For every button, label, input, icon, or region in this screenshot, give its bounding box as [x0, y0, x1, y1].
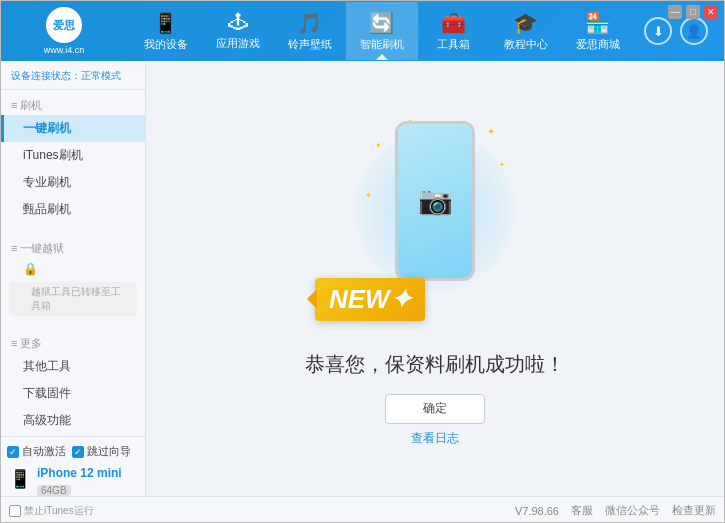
logo-icon: 爱思 — [46, 7, 82, 43]
phone-screen: 📷 — [398, 124, 472, 278]
check-update-link[interactable]: 检查更新 — [672, 503, 716, 518]
jailbreak-header-text: ≡ 一键越狱 — [11, 241, 64, 256]
device-storage: 64GB — [37, 485, 71, 496]
jailbreak-disabled: 🔒 — [1, 258, 145, 280]
nav-toolbox-label: 工具箱 — [437, 37, 470, 52]
nav-apps-games-label: 应用游戏 — [216, 36, 260, 51]
skip-guide-checkbox[interactable]: ✓ — [72, 446, 84, 458]
apps-games-icon: 🕹 — [228, 11, 248, 34]
smart-flash-icon: 🔄 — [369, 11, 394, 35]
one-key-flash-label: 一键刷机 — [23, 120, 71, 137]
nav-tutorials-label: 教程中心 — [504, 37, 548, 52]
auto-adapt-label[interactable]: ✓ 自动激活 — [7, 444, 66, 459]
star-4: ✦ — [365, 191, 372, 200]
section-jailbreak-header: ≡ 一键越狱 — [1, 239, 145, 258]
minimize-button[interactable]: — — [668, 5, 682, 19]
itunes-label-text: 禁止iTunes运行 — [24, 504, 94, 518]
confirm-button[interactable]: 确定 — [385, 394, 485, 424]
content-area: ✦ ✦ ✦ ✦ ✦ 📷 NEW✦ 恭喜您，保资料刷机成功啦！ 确定 — [146, 61, 724, 496]
nav-store-label: 爱思商城 — [576, 37, 620, 52]
nav-smart-flash-label: 智能刷机 — [360, 37, 404, 52]
device-card: 📱 iPhone 12 mini 64GB iPhone — [7, 462, 139, 496]
bottom-left: 禁止iTunes运行 — [9, 502, 94, 520]
device-name: iPhone 12 mini — [37, 466, 122, 480]
status-label: 设备连接状态： — [11, 70, 81, 81]
nav-my-device-label: 我的设备 — [144, 37, 188, 52]
other-tools-label: 其他工具 — [23, 358, 71, 375]
nav-tutorials[interactable]: 🎓 教程中心 — [490, 2, 562, 60]
auto-adapt-checkbox[interactable]: ✓ — [7, 446, 19, 458]
section-more-header: ≡ 更多 — [1, 334, 145, 353]
nav-items: 📱 我的设备 🕹 应用游戏 🎵 铃声壁纸 🔄 智能刷机 🧰 工具箱 🎓 — [119, 2, 644, 60]
itunes-running-label[interactable]: 禁止iTunes运行 — [9, 502, 94, 520]
phone-body: 📷 — [395, 121, 475, 281]
new-banner: NEW✦ — [315, 278, 425, 321]
original-flash-label: 甄品刷机 — [23, 201, 71, 218]
checkbox-row: ✓ 自动激活 ✓ 跳过向导 — [7, 441, 139, 462]
skip-guide-label[interactable]: ✓ 跳过向导 — [72, 444, 131, 459]
star-2: ✦ — [375, 141, 382, 150]
nav-ringtones-label: 铃声壁纸 — [288, 37, 332, 52]
device-card-info: iPhone 12 mini 64GB iPhone — [37, 466, 122, 496]
itunes-checkbox[interactable] — [9, 505, 21, 517]
main-layout: 设备连接状态：正常模式 ≡ 刷机 一键刷机 iTunes刷机 专业刷机 甄品刷机 — [1, 61, 724, 496]
sidebar-section-flash: ≡ 刷机 一键刷机 iTunes刷机 专业刷机 甄品刷机 — [1, 90, 145, 225]
sidebar-item-one-key-flash[interactable]: 一键刷机 — [1, 115, 145, 142]
logo-url: www.i4.cn — [44, 45, 85, 55]
sidebar-item-advanced-help[interactable]: 高级功能 — [1, 407, 145, 434]
user-button[interactable]: 👤 — [680, 17, 708, 45]
download-firmware-label: 下载固件 — [23, 385, 71, 402]
advanced-help-label: 高级功能 — [23, 412, 71, 429]
itunes-flash-label: iTunes刷机 — [23, 147, 83, 164]
logo-area: 爱思 www.i4.cn — [9, 7, 119, 55]
success-text: 恭喜您，保资料刷机成功啦！ — [305, 351, 565, 378]
wechat-link[interactable]: 微信公众号 — [605, 503, 660, 518]
tutorials-icon: 🎓 — [513, 11, 538, 35]
my-device-icon: 📱 — [153, 11, 178, 35]
bottom-right: V7.98.66 客服 微信公众号 检查更新 — [515, 503, 716, 518]
topbar: 爱思 www.i4.cn 📱 我的设备 🕹 应用游戏 🎵 铃声壁纸 🔄 智能刷机… — [1, 1, 724, 61]
nav-smart-flash[interactable]: 🔄 智能刷机 — [346, 2, 418, 60]
close-button[interactable]: ✕ — [704, 5, 718, 19]
sidebar-item-download-firmware[interactable]: 下载固件 — [1, 380, 145, 407]
customer-service-link[interactable]: 客服 — [571, 503, 593, 518]
download-button[interactable]: ⬇ — [644, 17, 672, 45]
nav-toolbox[interactable]: 🧰 工具箱 — [418, 2, 490, 60]
sidebar-section-jailbreak: ≡ 一键越狱 🔒 越狱工具已转移至工具箱 — [1, 233, 145, 320]
sidebar-item-itunes-flash[interactable]: iTunes刷机 — [1, 142, 145, 169]
nav-my-device[interactable]: 📱 我的设备 — [130, 2, 202, 60]
sidebar: 设备连接状态：正常模式 ≡ 刷机 一键刷机 iTunes刷机 专业刷机 甄品刷机 — [1, 61, 146, 496]
jailbreak-note: 越狱工具已转移至工具箱 — [9, 282, 137, 316]
topbar-right: ⬇ 👤 — [644, 17, 716, 45]
sidebar-section-more: ≡ 更多 其他工具 下载固件 高级功能 — [1, 328, 145, 436]
nav-store[interactable]: 🏪 爱思商城 — [562, 2, 634, 60]
device-card-icon: 📱 — [9, 468, 31, 490]
phone-screen-icon: 📷 — [398, 124, 472, 278]
new-ribbon: NEW✦ — [315, 278, 425, 321]
status-value: 正常模式 — [81, 70, 121, 81]
sidebar-item-other-tools[interactable]: 其他工具 — [1, 353, 145, 380]
store-icon: 🏪 — [585, 11, 610, 35]
version-label: V7.98.66 — [515, 505, 559, 517]
star-5: ✦ — [499, 161, 505, 169]
status-bar: 设备连接状态：正常模式 — [1, 65, 145, 90]
section-flash-header: ≡ 刷机 — [1, 96, 145, 115]
phone-illustration: ✦ ✦ ✦ ✦ ✦ 📷 NEW✦ — [335, 111, 535, 331]
sidebar-bottom: ✓ 自动激活 ✓ 跳过向导 📱 iPhone 12 mini 64GB iPho… — [1, 436, 145, 496]
maximize-button[interactable]: □ — [686, 5, 700, 19]
pro-flash-label: 专业刷机 — [23, 174, 71, 191]
star-3: ✦ — [487, 126, 495, 137]
full-bottom-bar: 禁止iTunes运行 V7.98.66 客服 微信公众号 检查更新 — [1, 496, 724, 523]
toolbox-icon: 🧰 — [441, 11, 466, 35]
sidebar-item-original-flash[interactable]: 甄品刷机 — [1, 196, 145, 223]
nav-ringtones[interactable]: 🎵 铃声壁纸 — [274, 2, 346, 60]
sidebar-item-pro-flash[interactable]: 专业刷机 — [1, 169, 145, 196]
view-log-link[interactable]: 查看日志 — [411, 430, 459, 447]
ringtones-icon: 🎵 — [297, 11, 322, 35]
nav-apps-games[interactable]: 🕹 应用游戏 — [202, 2, 274, 60]
